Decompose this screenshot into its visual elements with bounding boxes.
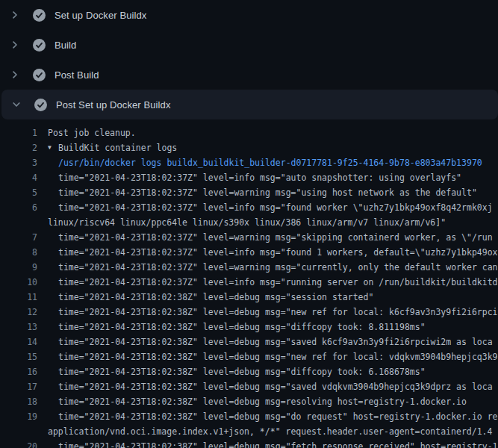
line-number[interactable]: 11 [0, 290, 37, 305]
line-number[interactable]: 13 [0, 320, 37, 335]
log-line: 8 time="2021-04-23T18:02:37Z" level=info… [0, 245, 498, 260]
check-circle-icon [33, 39, 46, 52]
log-text: application/vnd.oci.image.index.v1+json,… [48, 424, 492, 439]
log-line: 20 time="2021-04-23T18:02:38Z" level=deb… [0, 439, 498, 448]
log-text: time="2021-04-23T18:02:37Z" level=info m… [58, 275, 498, 290]
chevron-right-icon[interactable] [9, 9, 21, 21]
line-number[interactable]: 9 [0, 260, 37, 275]
log-line: 5 time="2021-04-23T18:02:37Z" level=warn… [0, 185, 498, 200]
log-text: time="2021-04-23T18:02:38Z" level=debug … [58, 305, 498, 320]
log-text: time="2021-04-23T18:02:37Z" level=warnin… [58, 260, 498, 275]
line-number [0, 215, 37, 230]
log-text: /usr/bin/docker logs buildx_buildkit_bui… [58, 155, 482, 170]
check-circle-icon [33, 69, 46, 81]
log-line: 10 time="2021-04-23T18:02:37Z" level=inf… [0, 275, 498, 290]
log-line: 12 time="2021-04-23T18:02:38Z" level=deb… [0, 305, 498, 320]
step-section-row-post-set-up-docker-buildx[interactable]: Post Set up Docker Buildx [1, 90, 498, 119]
log-text: time="2021-04-23T18:02:37Z" level=info m… [58, 245, 498, 260]
step-section-label: Post Build [55, 69, 99, 81]
log-line: application/vnd.oci.image.index.v1+json,… [0, 424, 498, 439]
line-number[interactable]: 7 [0, 230, 37, 245]
log-line: 14 time="2021-04-23T18:02:38Z" level=deb… [0, 335, 498, 349]
triangle-down-icon[interactable]: ▼ [48, 140, 58, 155]
step-section-label: Post Set up Docker Buildx [56, 99, 171, 111]
log-text: Post job cleanup. [48, 125, 136, 140]
log-text: time="2021-04-23T18:02:38Z" level=debug … [58, 290, 373, 305]
log-text: time="2021-04-23T18:02:38Z" level=debug … [58, 364, 426, 379]
chevron-down-icon[interactable] [10, 99, 22, 111]
log-line: 17 time="2021-04-23T18:02:38Z" level=deb… [0, 379, 498, 394]
log-text: BuildKit container logs [58, 140, 177, 155]
line-number[interactable]: 18 [0, 394, 37, 409]
check-circle-icon [34, 99, 47, 111]
log-line: 9 time="2021-04-23T18:02:37Z" level=warn… [0, 260, 498, 275]
log-line: linux/riscv64 linux/ppc64le linux/s390x … [0, 215, 498, 230]
log-text: time="2021-04-23T18:02:37Z" level=info m… [58, 170, 461, 185]
log-line: 13 time="2021-04-23T18:02:38Z" level=deb… [0, 320, 498, 335]
step-section-row-set-up-docker-buildx[interactable]: Set up Docker Buildx [0, 0, 498, 30]
line-number[interactable]: 1 [0, 125, 37, 140]
line-number[interactable]: 16 [0, 364, 37, 379]
line-number[interactable]: 15 [0, 349, 37, 364]
line-number[interactable]: 4 [0, 170, 37, 185]
log-line: 3 /usr/bin/docker logs buildx_buildkit_b… [0, 155, 498, 170]
step-section-row-build[interactable]: Build [0, 30, 498, 60]
line-number [0, 424, 37, 439]
log-line: 4 time="2021-04-23T18:02:37Z" level=info… [0, 170, 498, 185]
line-number[interactable]: 19 [0, 409, 37, 424]
line-number[interactable]: 17 [0, 379, 37, 394]
line-number[interactable]: 12 [0, 305, 37, 320]
log-text: time="2021-04-23T18:02:37Z" level=info m… [58, 200, 493, 215]
line-number[interactable]: 20 [0, 439, 37, 448]
chevron-right-icon[interactable] [9, 39, 21, 51]
line-number[interactable]: 5 [0, 185, 37, 200]
log-text: time="2021-04-23T18:02:38Z" level=debug … [58, 409, 498, 424]
log-line: 1 Post job cleanup. [0, 125, 498, 140]
line-number[interactable]: 10 [0, 275, 37, 290]
line-number[interactable]: 14 [0, 335, 37, 349]
log-line: 19 time="2021-04-23T18:02:38Z" level=deb… [0, 409, 498, 424]
log-line: 11 time="2021-04-23T18:02:38Z" level=deb… [0, 290, 498, 305]
log-line: 7 time="2021-04-23T18:02:37Z" level=warn… [0, 230, 498, 245]
log-line: 15 time="2021-04-23T18:02:38Z" level=deb… [0, 349, 498, 364]
log-line: 18 time="2021-04-23T18:02:38Z" level=deb… [0, 394, 498, 409]
log-line: 16 time="2021-04-23T18:02:38Z" level=deb… [0, 364, 498, 379]
log-line: 2 ▼BuildKit container logs [0, 140, 498, 155]
step-section-label: Set up Docker Buildx [55, 10, 146, 21]
log-text: linux/riscv64 linux/ppc64le linux/s390x … [48, 215, 446, 230]
log-viewer: 1 Post job cleanup. 2 ▼BuildKit containe… [0, 119, 498, 448]
line-number[interactable]: 3 [0, 155, 37, 170]
chevron-right-icon[interactable] [9, 69, 21, 81]
line-number[interactable]: 8 [0, 245, 37, 260]
check-circle-icon [33, 9, 46, 22]
log-text: time="2021-04-23T18:02:37Z" level=warnin… [58, 185, 477, 200]
log-text: time="2021-04-23T18:02:38Z" level=debug … [58, 349, 498, 364]
log-text: time="2021-04-23T18:02:37Z" level=warnin… [58, 230, 493, 245]
log-text: time="2021-04-23T18:02:38Z" level=debug … [58, 320, 426, 335]
log-text: time="2021-04-23T18:02:38Z" level=debug … [58, 379, 493, 394]
line-number[interactable]: 2 [0, 140, 37, 155]
log-line: 6 time="2021-04-23T18:02:37Z" level=info… [0, 200, 498, 215]
step-section-label: Build [55, 40, 76, 51]
log-text: time="2021-04-23T18:02:38Z" level=debug … [58, 394, 467, 409]
step-section-row-post-build[interactable]: Post Build [0, 60, 498, 90]
log-text: time="2021-04-23T18:02:38Z" level=debug … [58, 439, 498, 448]
line-number[interactable]: 6 [0, 200, 37, 215]
log-text: time="2021-04-23T18:02:38Z" level=debug … [58, 335, 493, 349]
step-section-list: Set up Docker Buildx Build Post Build Po… [0, 0, 498, 119]
